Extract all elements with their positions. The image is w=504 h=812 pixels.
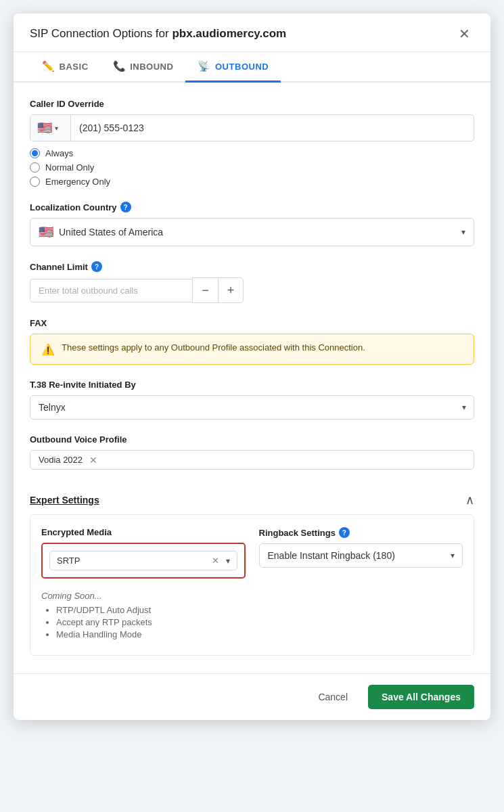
localization-label: Localization Country ? (30, 202, 474, 212)
ringback-settings-col: Ringback Settings ? Enable Instant Ringb… (259, 527, 463, 579)
outbound-voice-profile-field: Vodia 2022 ✕ (30, 450, 474, 470)
caller-id-input[interactable] (71, 116, 474, 139)
tab-inbound[interactable]: 📞 INBOUND (101, 52, 186, 83)
tab-bar: ✏️ BASIC 📞 INBOUND 📡 OUTBOUND (14, 52, 490, 83)
fax-section: FAX ⚠️ These settings apply to any Outbo… (30, 318, 474, 365)
caller-id-section: Caller ID Override 🇺🇸 ▾ Always Normal On… (30, 99, 474, 187)
channel-limit-label: Channel Limit ? (30, 261, 474, 272)
ringback-settings-label: Ringback Settings ? (259, 527, 463, 538)
remove-srtp-button[interactable]: ✕ (210, 556, 221, 566)
radio-normal-only[interactable]: Normal Only (30, 162, 474, 173)
localization-arrow-icon: ▾ (461, 227, 465, 237)
localization-flag-icon: 🇺🇸 (39, 225, 53, 240)
sip-connection-modal: SIP Connection Options for pbx.audiomerc… (14, 14, 490, 720)
phone-icon: 📞 (113, 60, 127, 72)
radio-emergency-only[interactable]: Emergency Only (30, 177, 474, 187)
flag-dropdown[interactable]: 🇺🇸 ▾ (30, 115, 71, 141)
coming-soon-label: Coming Soon... (41, 591, 463, 601)
ringback-help-icon[interactable]: ? (339, 527, 350, 538)
caller-id-row: 🇺🇸 ▾ (30, 114, 474, 141)
localization-value: United States of America (59, 227, 163, 238)
warning-icon: ⚠️ (41, 343, 55, 356)
encrypted-media-field: SRTP ✕ ▾ (49, 551, 237, 570)
collapse-expert-settings-button[interactable]: ∧ (465, 493, 474, 508)
radio-always[interactable]: Always (30, 148, 474, 158)
tab-outbound[interactable]: 📡 OUTBOUND (185, 52, 281, 83)
channel-limit-help-icon[interactable]: ? (91, 261, 102, 272)
coming-soon-section: Coming Soon... RTP/UDPTL Auto Adjust Acc… (41, 591, 463, 639)
close-button[interactable]: ✕ (455, 26, 474, 42)
outbound-voice-profile-label: Outbound Voice Profile (30, 434, 474, 445)
save-all-changes-button[interactable]: Save All Changes (368, 685, 474, 709)
tab-basic[interactable]: ✏️ BASIC (30, 52, 101, 83)
encrypted-media-caret-icon: ▾ (226, 556, 230, 566)
fax-label: FAX (30, 318, 474, 328)
caller-id-radio-group: Always Normal Only Emergency Only (30, 148, 474, 187)
flag-dropdown-arrow: ▾ (55, 125, 58, 132)
encrypted-media-box: SRTP ✕ ▾ (41, 543, 246, 579)
ringback-dropdown-wrapper: Enable Instant Ringback (180) Disabled 1… (259, 543, 463, 568)
outbound-voice-profile-section: Outbound Voice Profile Vodia 2022 ✕ (30, 434, 474, 470)
expert-settings-header: Expert Settings ∧ (30, 484, 474, 514)
encrypted-media-label: Encrypted Media (41, 527, 246, 537)
expert-settings-row: Encrypted Media SRTP ✕ ▾ (41, 527, 463, 579)
channel-limit-section: Channel Limit ? − + (30, 261, 474, 303)
outbound-voice-profile-tag: Vodia 2022 (39, 455, 83, 465)
coming-soon-list: RTP/UDPTL Auto Adjust Accept any RTP pac… (41, 605, 463, 639)
t38-dropdown[interactable]: Telnyx Remote Disabled (30, 395, 474, 420)
list-item: RTP/UDPTL Auto Adjust (56, 605, 463, 615)
increment-button[interactable]: + (218, 277, 244, 303)
expert-settings-body: Encrypted Media SRTP ✕ ▾ (30, 514, 474, 656)
expert-settings-label[interactable]: Expert Settings (30, 495, 99, 505)
pencil-icon: ✏️ (42, 60, 55, 72)
channel-limit-row: − + (30, 277, 474, 303)
cancel-button[interactable]: Cancel (307, 686, 359, 708)
caller-id-label: Caller ID Override (30, 99, 474, 109)
decrement-button[interactable]: − (192, 277, 218, 303)
modal-header: SIP Connection Options for pbx.audiomerc… (14, 14, 490, 52)
modal-title: SIP Connection Options for pbx.audiomerc… (30, 27, 286, 41)
ringback-dropdown[interactable]: Enable Instant Ringback (180) Disabled 1… (259, 543, 463, 568)
localization-dropdown[interactable]: 🇺🇸 United States of America ▾ (30, 218, 474, 246)
remove-voice-profile-button[interactable]: ✕ (88, 455, 99, 465)
modal-footer: Cancel Save All Changes (14, 673, 490, 720)
satellite-icon: 📡 (198, 60, 211, 72)
localization-help-icon[interactable]: ? (120, 202, 131, 212)
t38-section: T.38 Re-invite Initiated By Telnyx Remot… (30, 380, 474, 420)
expert-settings-section: Expert Settings ∧ Encrypted Media SRTP ✕ (30, 484, 474, 656)
modal-body: Caller ID Override 🇺🇸 ▾ Always Normal On… (14, 83, 490, 673)
t38-label: T.38 Re-invite Initiated By (30, 380, 474, 390)
localization-section: Localization Country ? 🇺🇸 United States … (30, 202, 474, 246)
t38-dropdown-wrapper: Telnyx Remote Disabled ▾ (30, 395, 474, 420)
fax-notice: ⚠️ These settings apply to any Outbound … (30, 334, 474, 365)
us-flag-icon: 🇺🇸 (37, 120, 52, 135)
channel-limit-input[interactable] (30, 279, 192, 302)
list-item: Accept any RTP packets (56, 617, 463, 627)
list-item: Media Handling Mode (56, 629, 463, 639)
encrypted-media-col: Encrypted Media SRTP ✕ ▾ (41, 527, 246, 579)
